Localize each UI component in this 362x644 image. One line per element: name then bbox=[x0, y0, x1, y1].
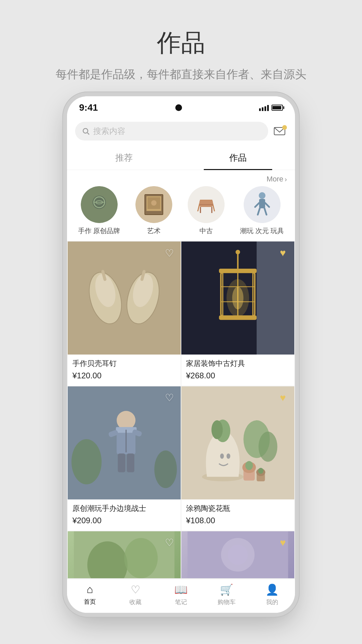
svg-point-76 bbox=[228, 545, 248, 565]
nav-home-label: 首页 bbox=[84, 598, 96, 606]
nav-notes-label: 笔记 bbox=[175, 598, 187, 606]
category-circle-handcraft bbox=[81, 186, 118, 223]
page-subtitle: 每件都是作品级，每件都直接来自作者、来自源头 bbox=[56, 66, 306, 83]
category-vintage[interactable]: 中古 bbox=[188, 186, 225, 235]
bar4 bbox=[267, 105, 269, 111]
product-image-p2: ♥ bbox=[181, 241, 294, 355]
nav-cart-label: 购物车 bbox=[218, 598, 236, 606]
nav-collect[interactable]: ♡ 收藏 bbox=[113, 583, 158, 606]
svg-point-64 bbox=[212, 420, 223, 439]
category-label-handcraft: 手作 原创品牌 bbox=[78, 226, 120, 235]
svg-point-0 bbox=[83, 128, 88, 133]
category-label-art: 艺术 bbox=[147, 226, 161, 235]
cart-icon: 🛒 bbox=[220, 583, 233, 596]
notes-icon: 📖 bbox=[174, 583, 188, 596]
svg-point-49 bbox=[117, 411, 135, 430]
category-label-vintage: 中古 bbox=[199, 226, 213, 235]
home-icon: ⌂ bbox=[86, 583, 93, 596]
battery-icon bbox=[272, 105, 283, 111]
trendy-img bbox=[244, 186, 281, 223]
tabs: 推荐 作品 bbox=[67, 146, 295, 170]
product-image-p4: ♥ bbox=[181, 386, 294, 499]
product-card-p3[interactable]: ♡ 原创潮玩手办边境战士 ¥209.00 bbox=[68, 386, 181, 531]
product-info-p3: 原创潮玩手办边境战士 ¥209.00 bbox=[68, 499, 181, 531]
product-card-p1[interactable]: ♡ 手作贝壳耳钉 ¥120.00 bbox=[68, 241, 181, 386]
svg-rect-43 bbox=[219, 315, 256, 320]
product-card-p4[interactable]: ♥ 涂鸦陶瓷花瓶 ¥108.00 bbox=[181, 386, 294, 531]
product-price-p1: ¥120.00 bbox=[72, 371, 176, 380]
heart-filled-icon: ♥ bbox=[280, 247, 286, 259]
category-circle-art bbox=[135, 186, 172, 223]
like-button-p4[interactable]: ♥ bbox=[276, 391, 290, 405]
search-placeholder: 搜索内容 bbox=[93, 126, 125, 137]
heart-filled-icon-p4: ♥ bbox=[280, 392, 286, 404]
phone-content: 搜索内容 推荐 作品 More › bbox=[67, 116, 295, 613]
signal-bars bbox=[259, 104, 269, 111]
svg-point-12 bbox=[151, 200, 157, 206]
like-button-p2[interactable]: ♥ bbox=[276, 246, 290, 260]
search-icon bbox=[82, 127, 90, 135]
product-card-p2[interactable]: ♥ 家居装饰中古灯具 ¥268.00 bbox=[181, 241, 294, 386]
svg-point-19 bbox=[259, 192, 265, 199]
product-grid: ♡ 手作贝壳耳钉 ¥120.00 bbox=[67, 241, 295, 579]
status-icons bbox=[259, 104, 283, 111]
nav-cart[interactable]: 🛒 购物车 bbox=[204, 583, 249, 606]
category-art[interactable]: 艺术 bbox=[135, 186, 172, 235]
svg-point-73 bbox=[124, 538, 158, 578]
vintage-img bbox=[188, 186, 225, 223]
categories-section: More › 手作 原创品牌 bbox=[67, 170, 295, 241]
svg-rect-14 bbox=[199, 200, 213, 207]
page-title: 作品 bbox=[56, 27, 306, 59]
phone-frame: 9:41 搜索内容 bbox=[67, 96, 295, 613]
product-price-p2: ¥268.00 bbox=[186, 371, 290, 380]
category-circle-trendy bbox=[244, 186, 281, 223]
heart-filled-icon-p6: ♥ bbox=[280, 537, 286, 548]
product-info-p1: 手作贝壳耳钉 ¥120.00 bbox=[68, 355, 181, 386]
svg-point-62 bbox=[227, 453, 230, 459]
product-name-p2: 家居装饰中古灯具 bbox=[186, 359, 290, 369]
product-card-p5[interactable]: ♡ bbox=[68, 531, 181, 578]
search-bar: 搜索内容 bbox=[67, 116, 295, 146]
like-button-p3[interactable]: ♡ bbox=[163, 391, 176, 405]
svg-rect-42 bbox=[219, 269, 256, 273]
camera-dot bbox=[175, 104, 182, 111]
svg-line-1 bbox=[87, 133, 89, 135]
svg-rect-20 bbox=[259, 199, 265, 208]
status-time: 9:41 bbox=[79, 102, 98, 113]
tab-works[interactable]: 作品 bbox=[181, 146, 295, 170]
like-button-p6[interactable]: ♥ bbox=[276, 536, 290, 549]
like-button-p1[interactable]: ♡ bbox=[163, 246, 176, 260]
categories-row: 手作 原创品牌 艺术 bbox=[72, 186, 290, 235]
svg-point-48 bbox=[154, 450, 177, 488]
more-chevron-icon: › bbox=[285, 175, 287, 183]
collect-icon: ♡ bbox=[131, 583, 140, 596]
product-name-p1: 手作贝壳耳钉 bbox=[72, 359, 176, 369]
product-image-p6: ♥ bbox=[181, 531, 294, 578]
nav-notes[interactable]: 📖 笔记 bbox=[158, 583, 204, 606]
product-card-p6[interactable]: ♥ bbox=[181, 531, 294, 578]
more-row: More › bbox=[72, 173, 290, 186]
battery-fill bbox=[273, 106, 281, 109]
product-image-p5: ♡ bbox=[68, 531, 181, 578]
category-trendy[interactable]: 潮玩 次元 玩具 bbox=[240, 186, 284, 235]
product-image-p1: ♡ bbox=[68, 241, 181, 355]
search-input-wrap[interactable]: 搜索内容 bbox=[75, 122, 268, 141]
nav-home[interactable]: ⌂ 首页 bbox=[67, 583, 113, 606]
product-price-p3: ¥209.00 bbox=[72, 516, 176, 525]
tab-recommend[interactable]: 推荐 bbox=[67, 146, 181, 170]
nav-profile[interactable]: 👤 我的 bbox=[249, 583, 295, 606]
more-button[interactable]: More › bbox=[266, 175, 287, 183]
product-price-p4: ¥108.00 bbox=[186, 516, 290, 525]
bar1 bbox=[259, 108, 261, 111]
nav-collect-label: 收藏 bbox=[129, 598, 141, 606]
page-header: 作品 每件都是作品级，每件都直接来自作者、来自源头 bbox=[36, 0, 326, 96]
mail-button[interactable] bbox=[272, 125, 287, 137]
svg-point-61 bbox=[220, 453, 224, 459]
category-handcraft[interactable]: 手作 原创品牌 bbox=[78, 186, 120, 235]
like-button-p5[interactable]: ♡ bbox=[163, 536, 176, 549]
profile-icon: 👤 bbox=[265, 583, 279, 596]
svg-point-47 bbox=[71, 439, 102, 484]
product-info-p2: 家居装饰中古灯具 ¥268.00 bbox=[181, 355, 294, 386]
heart-outline-icon-p5: ♡ bbox=[165, 537, 174, 548]
nav-profile-label: 我的 bbox=[266, 598, 278, 606]
